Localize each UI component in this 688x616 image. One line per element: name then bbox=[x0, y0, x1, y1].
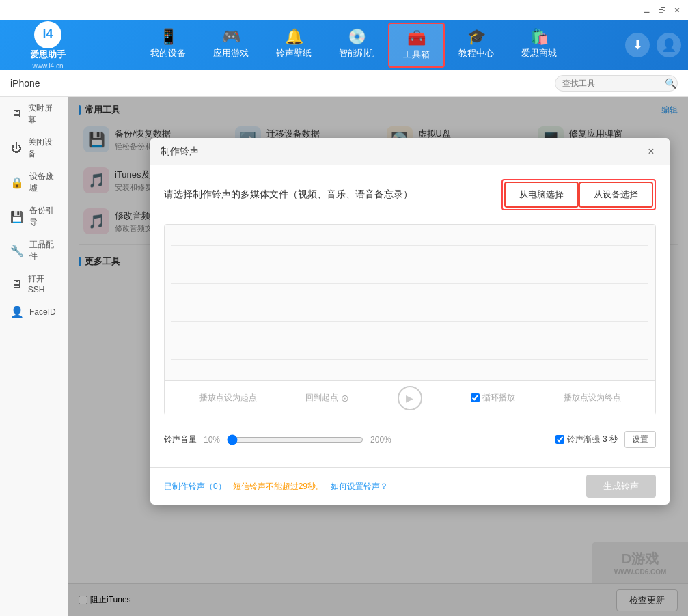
sidebar: 🖥 实时屏幕 ⏻ 关闭设备 🔒 设备废墟 💾 备份引导 🔧 正品配件 🖥 打开S… bbox=[0, 97, 68, 616]
content-area: 常用工具 编辑 💾 备份/恢复数据 轻松备份和恢复设备的资料 ➡️ 迁移设备数据 bbox=[68, 97, 688, 616]
waveform-line-4 bbox=[171, 359, 648, 360]
generate-btn[interactable]: 生成铃声 bbox=[586, 475, 656, 498]
waveform-area bbox=[165, 225, 655, 380]
nav-device-label: 我的设备 bbox=[150, 47, 186, 59]
fade-label: 铃声渐强 bbox=[567, 434, 600, 445]
modal-footer: 已制作铃声（0） 短信铃声不能超过29秒。 如何设置铃声？ 生成铃声 bbox=[150, 467, 670, 505]
footer-link[interactable]: 如何设置铃声？ bbox=[331, 481, 388, 492]
modal-content-area: 播放点设为起点 回到起点 ⊙ ▶ 循环播放 bbox=[164, 224, 656, 415]
modal-title: 制作铃声 bbox=[161, 145, 199, 158]
sidebar-item-screen[interactable]: 🖥 实时屏幕 bbox=[0, 97, 68, 131]
set-end-btn[interactable]: 播放点设为终点 bbox=[564, 392, 621, 404]
nav-tutorial[interactable]: 🎓 教程中心 bbox=[445, 23, 508, 68]
play-btn[interactable]: ▶ bbox=[398, 386, 422, 410]
modal-top-row: 请选择制作铃声的多媒体文件（视频、音乐、语音备忘录） 从电脑选择 从设备选择 bbox=[164, 179, 656, 210]
back-icon: ⊙ bbox=[341, 393, 349, 404]
volume-min: 10% bbox=[204, 435, 220, 445]
backtostartlabel: 回到起点 bbox=[305, 392, 338, 404]
title-bar: 🗕 🗗 ✕ bbox=[0, 0, 688, 20]
nav-tutorial-icon: 🎓 bbox=[467, 28, 486, 46]
sidebar-item-genuine[interactable]: 🔧 正品配件 bbox=[0, 234, 68, 268]
modal-select-buttons: 从电脑选择 从设备选择 bbox=[501, 179, 656, 210]
waveform-line-2 bbox=[171, 283, 648, 284]
idle-icon: 🔒 bbox=[10, 176, 24, 189]
fade-checkbox[interactable]: 铃声渐强 3 秒 bbox=[555, 434, 618, 445]
from-device-btn[interactable]: 从设备选择 bbox=[579, 182, 653, 208]
sidebar-item-faceid[interactable]: 👤 FaceID bbox=[0, 300, 68, 324]
nav-right: ⬇ 👤 bbox=[625, 33, 681, 57]
logo-icon: i4 bbox=[34, 21, 61, 48]
logo-url: www.i4.cn bbox=[32, 62, 63, 70]
fade-check[interactable] bbox=[555, 435, 564, 444]
from-pc-btn[interactable]: 从电脑选择 bbox=[504, 182, 579, 208]
nav-store-label: 爱思商城 bbox=[521, 47, 557, 59]
sub-header: iPhone 🔍 bbox=[0, 70, 688, 97]
settings-btn[interactable]: 设置 bbox=[624, 431, 656, 448]
nav-ringtones-label: 铃声壁纸 bbox=[276, 47, 312, 59]
nav-apps-icon: 🎮 bbox=[222, 28, 240, 46]
logo-area: i4 爱思助手 www.i4.cn bbox=[7, 21, 89, 70]
volume-row: 铃声音量 10% 200% 铃声渐强 3 秒 设置 bbox=[164, 425, 656, 453]
volume-max: 200% bbox=[370, 435, 391, 445]
sidebar-backup-label: 备份引导 bbox=[29, 205, 57, 228]
loop-check[interactable] bbox=[471, 393, 480, 402]
waveform-line-3 bbox=[171, 321, 648, 322]
minimize-btn[interactable]: 🗕 bbox=[642, 5, 652, 16]
play-icon: ▶ bbox=[406, 393, 413, 404]
nav-ringtones[interactable]: 🔔 铃声壁纸 bbox=[262, 23, 325, 68]
restore-btn[interactable]: 🗗 bbox=[657, 5, 668, 16]
nav-items: 📱 我的设备 🎮 应用游戏 🔔 铃声壁纸 💿 智能刷机 🧰 工具箱 🎓 教程中心… bbox=[89, 23, 618, 68]
nav-my-device[interactable]: 📱 我的设备 bbox=[137, 23, 199, 68]
volume-label: 铃声音量 bbox=[164, 434, 197, 445]
sidebar-item-shutdown[interactable]: ⏻ 关闭设备 bbox=[0, 131, 68, 165]
make-ringtone-modal: 制作铃声 × 请选择制作铃声的多媒体文件（视频、音乐、语音备忘录） 从电脑选择 … bbox=[150, 138, 670, 505]
sidebar-screen-label: 实时屏幕 bbox=[28, 102, 57, 126]
nav-ringtones-icon: 🔔 bbox=[285, 28, 303, 46]
waveform-inner bbox=[165, 225, 655, 380]
volume-slider[interactable] bbox=[227, 434, 363, 445]
backup-icon: 💾 bbox=[10, 210, 24, 223]
search-input[interactable] bbox=[562, 79, 665, 88]
title-bar-controls: 🗕 🗗 ✕ bbox=[642, 5, 683, 16]
modal-instruction: 请选择制作铃声的多媒体文件（视频、音乐、语音备忘录） bbox=[164, 188, 413, 201]
set-start-btn[interactable]: 播放点设为起点 bbox=[199, 392, 257, 404]
nav-smartflash-label: 智能刷机 bbox=[339, 47, 374, 59]
nav-toolbox-label: 工具箱 bbox=[403, 48, 430, 61]
download-btn[interactable]: ⬇ bbox=[625, 33, 650, 57]
modal-header: 制作铃声 × bbox=[150, 138, 670, 165]
nav-smart-flash[interactable]: 💿 智能刷机 bbox=[325, 23, 388, 68]
sidebar-item-backup[interactable]: 💾 备份引导 bbox=[0, 199, 68, 234]
nav-toolbox[interactable]: 🧰 工具箱 bbox=[388, 23, 445, 68]
waveform-line-1 bbox=[171, 245, 648, 246]
nav-device-icon: 📱 bbox=[159, 28, 178, 46]
nav-apps-label: 应用游戏 bbox=[213, 47, 249, 59]
sidebar-item-idle[interactable]: 🔒 设备废墟 bbox=[0, 165, 68, 199]
main-layout: 🖥 实时屏幕 ⏻ 关闭设备 🔒 设备废墟 💾 备份引导 🔧 正品配件 🖥 打开S… bbox=[0, 97, 688, 616]
controls-row: 播放点设为起点 回到起点 ⊙ ▶ 循环播放 bbox=[165, 380, 655, 415]
nav-apps[interactable]: 🎮 应用游戏 bbox=[199, 23, 262, 68]
sidebar-idle-label: 设备废墟 bbox=[29, 171, 57, 194]
modal-close-btn[interactable]: × bbox=[643, 143, 659, 160]
faceid-icon: 👤 bbox=[10, 305, 24, 318]
nav-tutorial-label: 教程中心 bbox=[458, 47, 494, 59]
footer-warning: 短信铃声不能超过29秒。 bbox=[233, 481, 324, 492]
back-to-start-btn[interactable]: 回到起点 ⊙ bbox=[305, 392, 349, 404]
shutdown-icon: ⏻ bbox=[10, 142, 23, 154]
loop-label: 循环播放 bbox=[482, 392, 515, 404]
sidebar-item-ssh[interactable]: 🖥 打开SSH bbox=[0, 268, 68, 300]
close-btn[interactable]: ✕ bbox=[672, 5, 683, 16]
user-btn[interactable]: 👤 bbox=[657, 33, 681, 57]
nav-store-icon: 🛍️ bbox=[530, 28, 549, 46]
nav-store[interactable]: 🛍️ 爱思商城 bbox=[508, 23, 570, 68]
header: i4 爱思助手 www.i4.cn 📱 我的设备 🎮 应用游戏 🔔 铃声壁纸 💿… bbox=[0, 20, 688, 70]
made-count[interactable]: 已制作铃声（0） bbox=[164, 481, 226, 492]
loop-checkbox[interactable]: 循环播放 bbox=[471, 392, 515, 404]
app-name: 爱思助手 bbox=[30, 48, 66, 61]
screen-icon: 🖥 bbox=[10, 108, 23, 120]
modal-body: 请选择制作铃声的多媒体文件（视频、音乐、语音备忘录） 从电脑选择 从设备选择 bbox=[150, 165, 670, 467]
search-box[interactable]: 🔍 bbox=[555, 75, 678, 92]
nav-toolbox-icon: 🧰 bbox=[407, 29, 426, 47]
ssh-icon: 🖥 bbox=[10, 278, 23, 290]
modal-overlay: 制作铃声 × 请选择制作铃声的多媒体文件（视频、音乐、语音备忘录） 从电脑选择 … bbox=[68, 97, 688, 616]
nav-smartflash-icon: 💿 bbox=[348, 28, 366, 46]
